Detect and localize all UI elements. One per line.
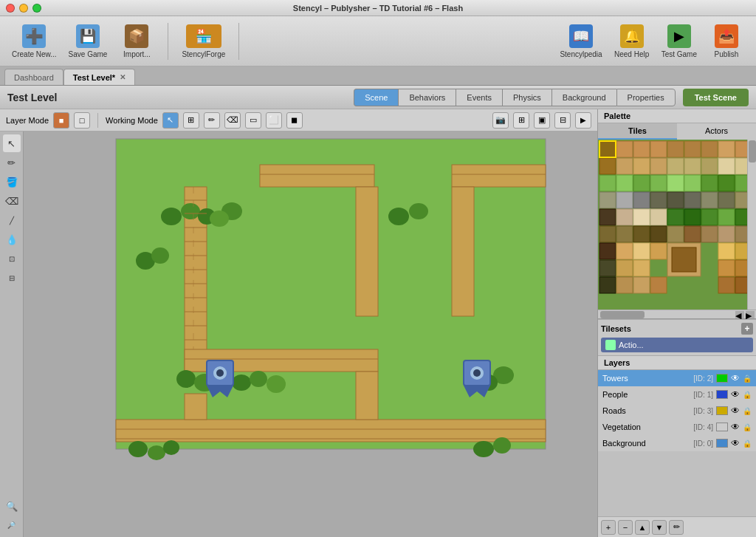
camera-tool[interactable]: ⊡: [3, 250, 21, 267]
palette-scroll-left[interactable]: ◀: [735, 311, 744, 318]
working-mode-pointer-btn[interactable]: ↖: [162, 112, 179, 129]
svg-rect-94: [599, 209, 616, 225]
layer-background-color: [716, 439, 728, 448]
layer-background-id: [ID: 0]: [693, 439, 713, 448]
svg-point-32: [388, 208, 409, 225]
svg-rect-104: [616, 226, 633, 242]
line-tool[interactable]: ╱: [3, 211, 21, 229]
zoom-in-tool[interactable]: 🔍: [3, 497, 21, 515]
palette-vertical-scrollbar[interactable]: [747, 140, 756, 309]
bucket-tool[interactable]: 🪣: [3, 173, 21, 191]
stencylpedia-label: Stencylpedia: [560, 50, 602, 58]
scene-tab-physics[interactable]: Physics: [502, 89, 551, 106]
working-mode-rect-outline-btn[interactable]: ⬜: [266, 112, 282, 129]
layer-vegetation-visibility[interactable]: 👁: [731, 422, 740, 432]
scene-tab-behaviors[interactable]: Behaviors: [398, 89, 456, 106]
minimize-btn[interactable]: [19, 4, 28, 13]
svg-rect-89: [667, 192, 684, 208]
create-new-button[interactable]: ➕ Create New...: [7, 20, 61, 63]
svg-rect-96: [633, 209, 650, 225]
test-game-label: Test Game: [662, 50, 697, 58]
palette-tab-tiles[interactable]: Tiles: [598, 123, 677, 140]
working-mode-fill-btn[interactable]: ◼: [286, 112, 303, 129]
maximize-btn[interactable]: [32, 4, 41, 13]
need-help-button[interactable]: 🔔 Need Help: [610, 20, 654, 63]
palette-content[interactable]: [598, 140, 756, 309]
tileset-item-action[interactable]: Actio...: [601, 338, 753, 352]
publish-icon: 📤: [715, 24, 738, 48]
svg-rect-122: [633, 260, 650, 276]
layer-people-lock[interactable]: 🔒: [743, 391, 752, 399]
working-mode-eraser-btn[interactable]: ⌫: [224, 112, 241, 129]
svg-rect-120: [599, 260, 616, 276]
layer-people-visibility[interactable]: 👁: [731, 389, 740, 400]
import-button[interactable]: 📦 Import...: [114, 20, 159, 63]
layer-vegetation-name: Vegetation: [602, 423, 690, 431]
pencil-tool[interactable]: ✏: [3, 154, 21, 171]
palette-scroll-right[interactable]: ▶: [746, 311, 755, 318]
svg-rect-80: [667, 175, 684, 191]
stencylpedia-button[interactable]: 📖 Stencylpedia: [555, 20, 606, 63]
grid-toggle-btn[interactable]: ⊞: [513, 112, 529, 129]
working-mode-rect-btn[interactable]: ▭: [245, 112, 261, 129]
layer-roads-lock[interactable]: 🔒: [743, 407, 752, 415]
layers-edit-btn[interactable]: ✏: [669, 520, 684, 535]
layer-roads-visibility[interactable]: 👁: [731, 406, 740, 416]
checkerboard-btn[interactable]: ⊟: [554, 112, 571, 129]
test-scene-button[interactable]: Test Scene: [683, 89, 749, 106]
scene-tab-scene[interactable]: Scene: [354, 89, 398, 106]
palette-tab-actors[interactable]: Actors: [677, 123, 756, 140]
layer-towers-lock[interactable]: 🔒: [743, 374, 752, 383]
need-help-icon: 🔔: [620, 24, 644, 48]
layers-add-btn[interactable]: +: [601, 520, 616, 535]
svg-rect-69: [633, 158, 650, 174]
layers-down-btn[interactable]: ▼: [652, 520, 667, 535]
scene-title: Test Level: [7, 92, 354, 103]
test-game-button[interactable]: ▶ Test Game: [657, 20, 701, 63]
svg-rect-87: [633, 192, 650, 208]
dashboard-tab[interactable]: Dashboard: [4, 69, 63, 85]
save-game-button[interactable]: 💾 Save Game: [64, 20, 112, 63]
svg-rect-88: [650, 192, 667, 208]
view-btn[interactable]: ▣: [534, 112, 550, 129]
svg-rect-86: [616, 192, 633, 208]
layers-up-btn[interactable]: ▲: [635, 520, 650, 535]
zoom-out-tool[interactable]: 🔎: [3, 516, 21, 534]
test-level-tab[interactable]: Test Level* ✕: [63, 69, 135, 85]
layer-towers-visibility[interactable]: 👁: [731, 373, 740, 383]
layer-row-roads[interactable]: Roads [ID: 3] 👁 🔒: [598, 403, 756, 419]
layers-remove-btn[interactable]: −: [618, 520, 633, 535]
layer-row-vegetation[interactable]: Vegetation [ID: 4] 👁 🔒: [598, 419, 756, 435]
working-mode-pencil-btn[interactable]: ✏: [204, 112, 220, 129]
close-btn[interactable]: [6, 4, 15, 13]
svg-rect-61: [650, 141, 667, 157]
svg-rect-100: [701, 209, 718, 225]
unknown-tool-1[interactable]: ⊟: [3, 269, 21, 287]
eyedropper-tool[interactable]: 💧: [3, 230, 21, 248]
svg-rect-107: [667, 226, 684, 242]
tab-close-icon[interactable]: ✕: [120, 73, 126, 81]
layer-background-lock[interactable]: 🔒: [743, 439, 752, 448]
scene-tab-events[interactable]: Events: [456, 89, 502, 106]
scene-tab-properties[interactable]: Properties: [616, 89, 676, 106]
layer-mode-fill-btn[interactable]: ■: [53, 112, 69, 129]
layer-row-towers[interactable]: Towers [ID: 2] 👁 🔒: [598, 370, 756, 386]
publish-button[interactable]: 📤 Publish: [704, 20, 749, 63]
select-tool[interactable]: ↖: [3, 134, 21, 152]
right-panel: Palette Tiles Actors: [597, 109, 756, 537]
scene-tab-background[interactable]: Background: [551, 89, 616, 106]
layer-row-people[interactable]: People [ID: 1] 👁 🔒: [598, 386, 756, 403]
play-btn[interactable]: ▶: [575, 112, 591, 129]
layer-row-background[interactable]: Background [ID: 0] 👁 🔒: [598, 435, 756, 451]
layer-vegetation-lock[interactable]: 🔒: [743, 423, 752, 431]
stencyl-forge-button[interactable]: 🏪 StencylForge: [177, 20, 230, 63]
layer-mode-outline-btn[interactable]: □: [74, 112, 90, 129]
tilesets-add-button[interactable]: +: [741, 323, 753, 335]
palette-horizontal-scroll[interactable]: ◀ ▶: [598, 309, 756, 318]
working-mode-grid-btn[interactable]: ⊞: [183, 112, 199, 129]
camera-btn[interactable]: 📷: [492, 112, 509, 129]
eraser-tool[interactable]: ⌫: [3, 192, 21, 210]
scene-tabs: Scene Behaviors Events Physics Backgroun…: [354, 89, 676, 106]
layer-background-visibility[interactable]: 👁: [731, 438, 740, 448]
canvas-area[interactable]: [24, 131, 597, 537]
